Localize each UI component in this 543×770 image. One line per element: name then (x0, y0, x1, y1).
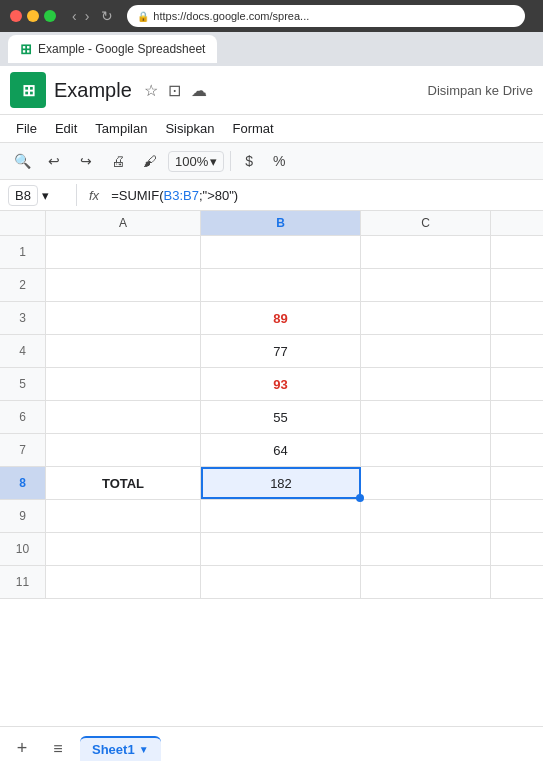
cell-ref-box[interactable]: B8 (8, 185, 38, 206)
row-num-5[interactable]: 5 (0, 368, 46, 400)
lock-icon: 🔒 (137, 11, 149, 22)
fx-label: fx (85, 188, 103, 203)
percent-icon[interactable]: % (265, 151, 293, 171)
cell-a10[interactable] (46, 533, 201, 565)
forward-icon[interactable]: › (85, 8, 90, 24)
cell-ref-dropdown-icon[interactable]: ▾ (42, 188, 49, 203)
browser-tab[interactable]: ⊞ Example - Google Spreadsheet (8, 35, 217, 63)
table-row: 2 (0, 269, 543, 302)
cell-c9[interactable] (361, 500, 491, 532)
add-sheet-button[interactable]: + (8, 735, 36, 763)
row-num-7[interactable]: 7 (0, 434, 46, 466)
app-header: ⊞ Example ☆ ⊡ ☁ Disimpan ke Drive (0, 66, 543, 115)
cell-b6[interactable]: 55 (201, 401, 361, 433)
paint-format-icon[interactable]: 🖌 (136, 147, 164, 175)
table-row: 9 (0, 500, 543, 533)
cell-c6[interactable] (361, 401, 491, 433)
cell-b1[interactable] (201, 236, 361, 268)
refresh-icon[interactable]: ↻ (101, 8, 113, 24)
cell-a6[interactable] (46, 401, 201, 433)
cell-c7[interactable] (361, 434, 491, 466)
print-icon[interactable]: 🖨 (104, 147, 132, 175)
row-num-1[interactable]: 1 (0, 236, 46, 268)
cell-a11[interactable] (46, 566, 201, 598)
search-icon[interactable]: 🔍 (8, 147, 36, 175)
menu-format[interactable]: Format (225, 117, 282, 140)
cell-c8[interactable] (361, 467, 491, 499)
row-num-8[interactable]: 8 (0, 467, 46, 499)
traffic-lights (10, 10, 56, 22)
cell-c4[interactable] (361, 335, 491, 367)
col-header-a[interactable]: A (46, 211, 201, 235)
cell-b3[interactable]: 89 (201, 302, 361, 334)
row-num-11[interactable]: 11 (0, 566, 46, 598)
formula-suffix: ;">80") (199, 188, 238, 203)
redo-icon[interactable]: ↪ (72, 147, 100, 175)
toolbar-divider-1 (230, 151, 231, 171)
cell-b7[interactable]: 64 (201, 434, 361, 466)
column-headers: A B C (0, 211, 543, 236)
formula-ref: B3:B7 (164, 188, 199, 203)
star-icon[interactable]: ☆ (144, 81, 158, 100)
url-text: https://docs.google.com/sprea... (153, 10, 309, 22)
row-num-4[interactable]: 4 (0, 335, 46, 367)
row-num-10[interactable]: 10 (0, 533, 46, 565)
cell-a7[interactable] (46, 434, 201, 466)
cell-b8[interactable]: 182 (201, 467, 361, 499)
maximize-button[interactable] (44, 10, 56, 22)
row-num-6[interactable]: 6 (0, 401, 46, 433)
cell-c2[interactable] (361, 269, 491, 301)
table-row: 6 55 (0, 401, 543, 434)
menu-edit[interactable]: Edit (47, 117, 85, 140)
menu-view[interactable]: Tampilan (87, 117, 155, 140)
cell-c11[interactable] (361, 566, 491, 598)
cell-b11[interactable] (201, 566, 361, 598)
formula-content[interactable]: =SUMIF(B3:B7;">80") (111, 188, 535, 203)
row-num-9[interactable]: 9 (0, 500, 46, 532)
cell-b10[interactable] (201, 533, 361, 565)
selection-handle[interactable] (356, 494, 364, 502)
row-num-header (0, 211, 46, 235)
cell-a2[interactable] (46, 269, 201, 301)
cell-a5[interactable] (46, 368, 201, 400)
bottom-bar: + ≡ Sheet1 ▼ (0, 726, 543, 770)
cell-a3[interactable] (46, 302, 201, 334)
cell-c1[interactable] (361, 236, 491, 268)
move-icon[interactable]: ⊡ (168, 81, 181, 100)
cell-b4[interactable]: 77 (201, 335, 361, 367)
row-num-3[interactable]: 3 (0, 302, 46, 334)
minimize-button[interactable] (27, 10, 39, 22)
undo-icon[interactable]: ↩ (40, 147, 68, 175)
cell-a9[interactable] (46, 500, 201, 532)
table-row: 5 93 (0, 368, 543, 401)
col-header-c[interactable]: C (361, 211, 491, 235)
sheet-tab-sheet1[interactable]: Sheet1 ▼ (80, 736, 161, 761)
cell-a1[interactable] (46, 236, 201, 268)
row-num-2[interactable]: 2 (0, 269, 46, 301)
close-button[interactable] (10, 10, 22, 22)
col-header-b[interactable]: B (201, 211, 361, 235)
back-icon[interactable]: ‹ (72, 8, 77, 24)
menu-file[interactable]: File (8, 117, 45, 140)
cell-b5[interactable]: 93 (201, 368, 361, 400)
cloud-icon[interactable]: ☁ (191, 81, 207, 100)
formula-divider (76, 184, 77, 206)
cell-c3[interactable] (361, 302, 491, 334)
cell-b9[interactable] (201, 500, 361, 532)
cell-b2[interactable] (201, 269, 361, 301)
table-row: 1 (0, 236, 543, 269)
zoom-value: 100% (175, 154, 208, 169)
url-bar[interactable]: 🔒 https://docs.google.com/sprea... (127, 5, 525, 27)
cell-reference: B8 ▾ (8, 185, 68, 206)
cell-c5[interactable] (361, 368, 491, 400)
cell-a8[interactable]: TOTAL (46, 467, 201, 499)
table-row: 11 (0, 566, 543, 599)
sheet-menu-button[interactable]: ≡ (44, 735, 72, 763)
menu-insert[interactable]: Sisipkan (157, 117, 222, 140)
sheet-tab-label: Sheet1 (92, 742, 135, 757)
cell-c10[interactable] (361, 533, 491, 565)
zoom-selector[interactable]: 100% ▾ (168, 151, 224, 172)
cell-a4[interactable] (46, 335, 201, 367)
currency-icon[interactable]: $ (237, 151, 261, 171)
formula-prefix: =SUMIF( (111, 188, 163, 203)
